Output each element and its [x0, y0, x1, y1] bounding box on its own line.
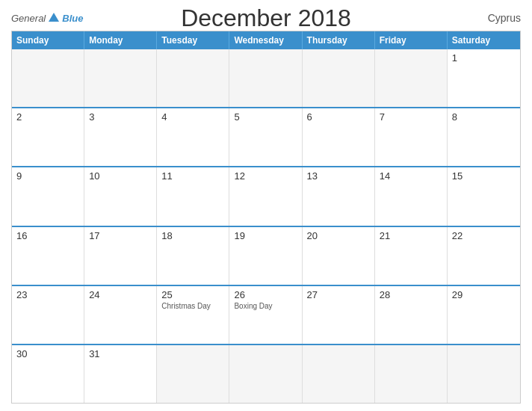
day-number: 18: [161, 230, 224, 241]
logo-general: General: [11, 13, 46, 24]
day-number: 16: [16, 230, 79, 241]
cal-cell: 30: [12, 345, 84, 403]
cal-cell: 8: [448, 108, 520, 166]
day-header-wednesday: Wednesday: [229, 31, 302, 49]
day-number: 6: [307, 111, 370, 123]
week-row-5: 3031: [12, 344, 520, 403]
cal-cell: 28: [375, 286, 448, 344]
cal-cell: 15: [448, 167, 520, 225]
day-number: 30: [16, 348, 79, 359]
day-number: 8: [452, 111, 516, 123]
day-number: 25: [161, 289, 224, 300]
cal-cell: 27: [303, 286, 375, 344]
cal-cell: [448, 345, 520, 403]
cal-cell: 14: [375, 167, 448, 225]
cal-cell: 18: [157, 227, 229, 285]
cal-cell: 5: [229, 108, 302, 166]
day-number: 14: [380, 170, 442, 182]
day-event: Christmas Day: [161, 302, 224, 310]
cal-cell: 3: [84, 108, 157, 166]
day-number: 23: [16, 289, 79, 300]
week-row-1: 2345678: [12, 107, 520, 166]
cal-cell: 25Christmas Day: [157, 286, 229, 344]
day-number: 17: [89, 230, 152, 241]
day-header-friday: Friday: [375, 31, 448, 49]
cal-cell: [375, 345, 448, 403]
cal-cell: 7: [375, 108, 448, 166]
calendar-page: General Blue December 2018 Cyprus Sunday…: [0, 0, 532, 411]
cal-cell: 6: [303, 108, 375, 166]
week-row-4: 232425Christmas Day26Boxing Day272829: [12, 285, 520, 344]
header: General Blue December 2018 Cyprus: [11, 11, 521, 25]
cal-cell: 24: [84, 286, 157, 344]
day-number: 9: [16, 170, 79, 182]
cal-cell: [375, 49, 448, 107]
cal-cell: 31: [84, 345, 157, 403]
day-number: 22: [452, 230, 516, 241]
cal-cell: 20: [303, 227, 375, 285]
cal-cell: 16: [12, 227, 84, 285]
cal-cell: 13: [303, 167, 375, 225]
week-row-2: 9101112131415: [12, 166, 520, 225]
day-number: 26: [234, 289, 297, 300]
cal-cell: [229, 49, 302, 107]
logo: General Blue: [11, 11, 83, 25]
cal-cell: 2: [12, 108, 84, 166]
day-number: 28: [380, 289, 442, 300]
logo-blue: Blue: [62, 13, 83, 24]
cal-cell: [303, 345, 375, 403]
day-header-monday: Monday: [84, 31, 157, 49]
cal-cell: 12: [229, 167, 302, 225]
month-title: December 2018: [181, 4, 351, 32]
cal-cell: [12, 49, 84, 107]
cal-cell: [84, 49, 157, 107]
country-label: Cyprus: [488, 12, 521, 24]
day-number: 12: [234, 170, 297, 182]
cal-cell: 21: [375, 227, 448, 285]
cal-cell: 22: [448, 227, 520, 285]
day-header-thursday: Thursday: [303, 31, 375, 49]
cal-cell: 26Boxing Day: [229, 286, 302, 344]
cal-cell: 17: [84, 227, 157, 285]
cal-cell: 10: [84, 167, 157, 225]
cal-cell: 23: [12, 286, 84, 344]
day-number: 20: [307, 230, 370, 241]
cal-cell: 9: [12, 167, 84, 225]
day-number: 13: [307, 170, 370, 182]
day-number: 31: [89, 348, 152, 359]
day-number: 24: [89, 289, 152, 300]
cal-cell: [157, 49, 229, 107]
day-header-tuesday: Tuesday: [157, 31, 229, 49]
cal-cell: 11: [157, 167, 229, 225]
day-number: 15: [452, 170, 516, 182]
calendar-header: SundayMondayTuesdayWednesdayThursdayFrid…: [12, 31, 520, 49]
day-number: 21: [380, 230, 442, 241]
cal-cell: [303, 49, 375, 107]
cal-cell: 29: [448, 286, 520, 344]
day-number: 10: [89, 170, 152, 182]
day-number: 1: [452, 52, 516, 64]
logo-triangle-icon: [49, 13, 59, 22]
week-row-3: 16171819202122: [12, 226, 520, 285]
day-header-saturday: Saturday: [448, 31, 520, 49]
day-event: Boxing Day: [234, 302, 297, 310]
day-number: 19: [234, 230, 297, 241]
day-number: 11: [161, 170, 224, 182]
cal-cell: 4: [157, 108, 229, 166]
cal-cell: 1: [448, 49, 520, 107]
cal-cell: [229, 345, 302, 403]
calendar: SundayMondayTuesdayWednesdayThursdayFrid…: [11, 31, 521, 404]
week-row-0: 1: [12, 49, 520, 107]
day-header-sunday: Sunday: [12, 31, 84, 49]
day-number: 7: [380, 111, 442, 123]
day-number: 2: [16, 111, 79, 123]
cal-cell: [157, 345, 229, 403]
calendar-body: 1234567891011121314151617181920212223242…: [12, 49, 520, 403]
cal-cell: 19: [229, 227, 302, 285]
day-number: 4: [161, 111, 224, 123]
day-number: 29: [452, 289, 516, 300]
day-number: 5: [234, 111, 297, 123]
day-number: 3: [89, 111, 152, 123]
day-number: 27: [307, 289, 370, 300]
